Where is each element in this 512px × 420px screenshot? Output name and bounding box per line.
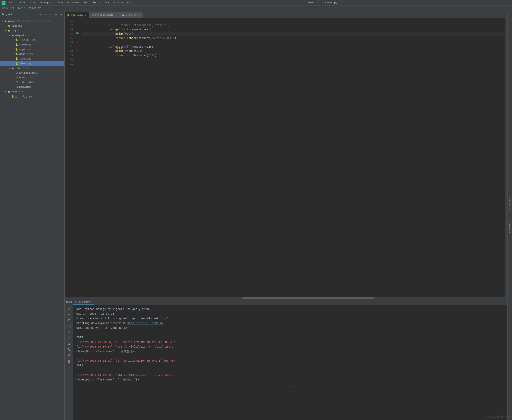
tree-label-views: views.py [19, 62, 31, 65]
console-layout: ↺ ▲ ▼ ⬛ ↩ ≡ ⊞ 🔧 📌 🗑 Run 'python manage.p… [65, 305, 507, 420]
menu-view[interactable]: View [28, 1, 38, 5]
editor-scrollbar[interactable] [505, 18, 507, 297]
fn-render-84: render [127, 37, 137, 40]
tree-label-home-html: home.html [19, 76, 33, 79]
menu-code[interactable]: Code [55, 1, 65, 5]
tab-label-views: views.py [71, 14, 83, 17]
breakpoint-84[interactable]: ▶ [76, 32, 78, 34]
gutter-90 [75, 57, 79, 61]
code-line-86: def post(self,request,year): [83, 40, 505, 45]
tree-item-userinfo-folder[interactable]: ▼ ▣ userinfo [0, 89, 64, 94]
py-icon-models: 🐍 [15, 52, 18, 56]
tree-path-root: D:\pythonitems\userinfo [22, 20, 51, 22]
tree-item-home-html[interactable]: ▶ ⬡ home.html [0, 75, 64, 80]
gutter-87 [75, 44, 79, 48]
tab-close-views[interactable]: ✕ [84, 14, 87, 17]
breadcrumb-part-1[interactable]: userinfo [2, 7, 15, 10]
tree-item-views[interactable]: ▶ 🐍 views.py [0, 61, 64, 66]
pin-icon[interactable]: 📌 [67, 353, 71, 358]
tree-item-admin[interactable]: ▶ 🐍 admin.py [0, 42, 64, 47]
collapse-all-icon[interactable]: ≡ [44, 13, 48, 16]
tree-item-tests[interactable]: ▶ 🐍 tests.py [0, 56, 64, 61]
tree-item-jinghao[interactable]: ▶ ▣ jinghao [0, 23, 64, 28]
locate-icon[interactable]: ⊕ [39, 13, 43, 16]
console-line-migrate: Run 'python manage.py migrate' to apply … [76, 307, 504, 312]
tree-item-index-html[interactable]: ▶ ⬡ index.html [0, 80, 64, 85]
tree-label-tests: tests.py [19, 57, 31, 60]
run-tab-close[interactable]: ✕ [91, 301, 92, 303]
tab-label-article: article.html [95, 14, 113, 16]
line-num-81: 81 [65, 19, 75, 23]
tree-item-init2[interactable]: ▶ 🐍 __init__.py [0, 94, 64, 99]
settings-gear-icon[interactable]: ⚙ [54, 13, 58, 16]
window-title: userinfo - views.py [135, 1, 511, 4]
menu-tools[interactable]: Tools [91, 1, 102, 5]
tab-close-urls[interactable]: ✕ [138, 14, 140, 16]
console-line-server-start: Starting development server at http://12… [76, 321, 504, 326]
tab-html-icon-article: ⬡ [92, 14, 94, 16]
menu-refactor[interactable]: Refactor [65, 1, 81, 5]
console-line-datetime: May 14, 2023 - 15:09:21 [76, 312, 504, 316]
menu-edit[interactable]: Edit [17, 1, 27, 5]
tab-close-article[interactable]: ✕ [114, 14, 117, 16]
red-arrow-icon: ↗ [288, 384, 292, 390]
tab-bar: 🐍 views.py ✕ ⬡ article.html ✕ 🐍 urls.py … [65, 11, 507, 18]
tree-label-userinfo-folder: userinfo [11, 90, 23, 93]
tree-item-init[interactable]: ▶ 🐍 __init__.py [0, 38, 64, 42]
console-line-django-version: Django version 4.2.1, using settings 'us… [76, 316, 504, 321]
close-panel-icon[interactable]: — [59, 13, 63, 16]
folder-icon-login: ▣ [7, 29, 11, 32]
code-content[interactable]: # return HttpResponse('article') def get… [79, 18, 505, 297]
server-link[interactable]: http://127.0.0.1:8000/ [127, 322, 164, 325]
line-num-84: 84 [65, 32, 75, 36]
tree-item-apps[interactable]: ▶ 🐍 apps.py [0, 47, 64, 52]
stop-icon[interactable]: ⬛ [67, 324, 71, 328]
tab-urls-py[interactable]: 🐍 urls.py ✕ [120, 12, 143, 18]
tree-root-userinfo[interactable]: ▼ ▣ userinfo D:\pythonitems\userinfo [0, 19, 64, 23]
sort-icon[interactable]: ⇅ [49, 13, 53, 16]
run-tab-label: userinfo [77, 300, 90, 303]
wrap-icon[interactable]: ↩ [67, 330, 71, 334]
tree-arrow-jinghao: ▶ [4, 24, 7, 27]
tree-item-migrations[interactable]: ▶ ▣ migrations [0, 33, 64, 38]
breadcrumb-part-2[interactable]: login [18, 7, 25, 10]
bookmarks-label[interactable]: Bookmarks [509, 219, 511, 234]
rerun-icon[interactable]: ↺ [67, 307, 71, 311]
menu-navigate[interactable]: Navigate [38, 1, 54, 5]
up-icon[interactable]: ▲ [67, 312, 71, 317]
structure-panel: Structure Bookmarks [507, 11, 512, 420]
menu-help[interactable]: Help [125, 1, 135, 5]
gutter-col: ▶ ⚠ ⚠ [75, 18, 79, 297]
run-tab-icon: ▶ [75, 300, 77, 303]
filter-icon[interactable]: ≡ [67, 336, 71, 340]
menu-run[interactable]: Run [82, 1, 90, 5]
tree-item-templates[interactable]: ▼ ▣ templates [0, 66, 64, 70]
tree-label-jinghao: jinghao [11, 24, 22, 27]
menu-vcs[interactable]: VCS [103, 1, 111, 5]
menu-file[interactable]: File [7, 1, 17, 5]
line-num-86: 86 [65, 40, 75, 45]
trash-icon[interactable]: 🗑 [67, 359, 71, 364]
tree-label-apps: apps.py [19, 48, 30, 51]
fn-httpresponse-88: HttpResponse [127, 54, 147, 57]
tab-run-userinfo[interactable]: ▶ userinfo ✕ [73, 299, 94, 305]
console-line-empty2 [76, 354, 504, 359]
menu-window[interactable]: Window [112, 1, 125, 5]
grid-icon[interactable]: ⊞ [67, 342, 71, 346]
structure-label[interactable]: Structure [509, 197, 511, 211]
tree-item-article-html[interactable]: ▶ ⬡ article.html [0, 70, 64, 75]
tree-item-new-html[interactable]: ▶ ⬡ new.html [0, 85, 64, 89]
tab-label-urls: urls.py [126, 14, 137, 16]
tree-item-login[interactable]: ▼ ▣ login [0, 28, 64, 33]
code-line-81: # return HttpResponse('article') [83, 19, 505, 23]
tab-views-py[interactable]: 🐍 views.py ✕ [65, 12, 90, 18]
tab-article-html[interactable]: ⬡ article.html ✕ [90, 12, 120, 18]
file-tree: ▼ ▣ userinfo D:\pythonitems\userinfo ▶ ▣… [0, 18, 64, 420]
horizontal-scrollbar[interactable] [65, 297, 507, 299]
code-line-91 [83, 62, 505, 66]
wrench-icon[interactable]: 🔧 [67, 348, 71, 352]
py-icon-admin: 🐍 [15, 43, 18, 46]
gutter-88: ⚠ [75, 48, 79, 52]
down-icon[interactable]: ▼ [67, 318, 71, 322]
tree-item-models[interactable]: ▶ 🐍 models.py [0, 52, 64, 56]
